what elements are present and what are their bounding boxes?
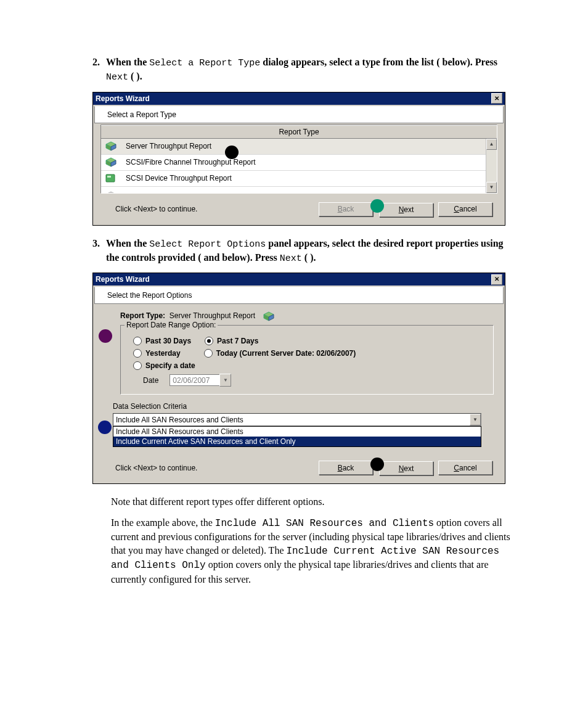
note-2-code-1: Include All SAN Resources and Clients — [215, 518, 434, 529]
radio-label: Yesterday — [145, 349, 181, 358]
date-label: Date — [143, 376, 158, 385]
callout-marker-a — [225, 146, 239, 159]
combo-dropdown-button[interactable]: ▼ — [470, 414, 481, 425]
step-3-code-2: Next — [280, 253, 302, 264]
dialog-title: Reports Wizard — [96, 92, 150, 105]
dialog-title: Reports Wizard — [96, 273, 150, 285]
svg-rect-7 — [107, 176, 111, 178]
step-2-middle: dialog appears, select a type from the l… — [260, 57, 497, 67]
step-3-text: When the Select Report Options panel app… — [106, 237, 514, 266]
step-3-code-1: Select Report Options — [149, 239, 266, 250]
date-dropdown-button[interactable]: ▼ — [219, 374, 231, 387]
options-body: Report Type: Server Throughput Report Re… — [100, 305, 497, 452]
close-button[interactable]: ✕ — [491, 93, 502, 104]
box-icon — [105, 141, 117, 152]
svg-rect-6 — [106, 174, 115, 182]
report-type-item[interactable]: SCSI/Fibre Channel Throughput Report — [101, 155, 497, 171]
step-3-suffix: ( ). — [302, 252, 316, 263]
step-2: 2. When the Select a Report Type dialog … — [92, 55, 514, 84]
data-selection-label: Data Selection Criteria — [113, 402, 494, 411]
box-icon — [105, 157, 117, 168]
cancel-button[interactable]: Cancel — [438, 461, 492, 475]
svg-marker-8 — [106, 192, 116, 193]
page: 2. When the Select a Report Type dialog … — [0, 0, 588, 706]
nav-row: Click <Next> to continue. Back Next Canc… — [93, 452, 505, 483]
step-3-number: 3. — [92, 237, 106, 266]
nav-row: Click <Next> to continue. Back Next Canc… — [93, 194, 505, 225]
note-2-a: In the example above, the — [111, 517, 215, 528]
continue-hint: Click <Next> to continue. — [115, 205, 312, 213]
data-selection-combo[interactable]: Include All SAN Resources and Clients ▼ … — [113, 413, 481, 447]
combo-list[interactable]: Include All SAN Resources and Clients In… — [113, 426, 481, 447]
continue-hint: Click <Next> to continue. — [115, 464, 312, 472]
radio-icon — [205, 337, 213, 345]
report-type-item[interactable]: SCSI Device Throughput Report — [101, 171, 497, 187]
radio-icon — [133, 349, 142, 358]
report-type-line: Report Type: Server Throughput Report — [120, 311, 494, 321]
radio-past-30[interactable]: Past 30 Days Past 7 Days — [133, 337, 487, 345]
dialog-subtitle: Select a Report Type — [94, 106, 504, 123]
report-type-label: SCSI Device Throughput Report — [126, 174, 232, 183]
report-type-list[interactable]: Server Throughput Report SCSI/Fibre Chan… — [101, 139, 497, 193]
step-2-prefix: When the — [106, 57, 149, 67]
step-2-number: 2. — [92, 55, 106, 84]
radio-label: Today (Current Server Date: 02/06/2007) — [216, 349, 356, 358]
radio-label: Specify a date — [145, 361, 195, 370]
combo-item[interactable]: Include All SAN Resources and Clients — [113, 427, 481, 437]
callout-marker-b — [370, 199, 384, 213]
radio-icon — [133, 337, 142, 345]
cancel-label-rest: ancel — [459, 205, 477, 213]
scrollbar[interactable]: ▲ ▼ — [486, 139, 497, 193]
step-2-suffix: ( ). — [128, 71, 142, 81]
report-type-label: Server Throughput Report — [126, 142, 211, 150]
step-3-prefix: When the — [106, 238, 149, 248]
back-button[interactable]: Back — [319, 202, 373, 216]
step-3: 3. When the Select Report Options panel … — [92, 237, 514, 266]
dialog-subtitle: Select the Report Options — [94, 287, 504, 304]
card-icon — [105, 173, 117, 184]
report-type-item[interactable]: Server Throughput Report — [101, 139, 497, 155]
back-label-rest: ack — [343, 205, 354, 213]
select-report-type-dialog: Reports Wizard ✕ Select a Report Type Re… — [92, 92, 505, 226]
date-field[interactable] — [169, 374, 219, 386]
step-2-code-2: Next — [106, 72, 128, 83]
report-type-label: SCSI/Fibre Channel Throughput Report — [126, 158, 256, 166]
scroll-down-button[interactable]: ▼ — [486, 182, 497, 193]
note-paragraph-2: In the example above, the Include All SA… — [111, 516, 514, 586]
box-icon — [105, 189, 117, 193]
report-type-column-header: Report Type — [101, 125, 497, 139]
date-range-legend: Report Date Range Option: — [125, 321, 218, 329]
radio-label: Past 7 Days — [217, 337, 258, 345]
titlebar: Reports Wizard ✕ — [93, 273, 505, 285]
step-2-code-1: Select a Report Type — [149, 58, 260, 68]
next-label-rest: ext — [404, 205, 414, 214]
next-button[interactable]: Next — [379, 203, 433, 217]
radio-icon — [204, 349, 213, 358]
select-report-options-dialog: Reports Wizard ✕ Select the Report Optio… — [92, 273, 505, 484]
note-paragraph-1: Note that different report types offer d… — [111, 495, 514, 509]
titlebar: Reports Wizard ✕ — [93, 92, 505, 105]
report-type-panel: Report Type Server Throughput Report SCS… — [100, 125, 497, 194]
callout-marker-e — [370, 458, 384, 471]
back-button[interactable]: Back — [319, 461, 373, 475]
scroll-up-button[interactable]: ▲ — [486, 139, 497, 150]
step-2-text: When the Select a Report Type dialog app… — [106, 55, 514, 84]
combo-field[interactable]: Include All SAN Resources and Clients ▼ — [113, 413, 481, 426]
cancel-button[interactable]: Cancel — [438, 202, 492, 216]
radio-icon — [133, 361, 142, 370]
report-type-value: Server Throughput Report — [169, 311, 255, 320]
radio-yesterday-today[interactable]: Yesterday Today (Current Server Date: 02… — [133, 349, 487, 358]
next-button[interactable]: Next — [379, 461, 433, 475]
radio-specify[interactable]: Specify a date — [133, 361, 487, 370]
combo-item[interactable]: Include Current Active SAN Resources and… — [113, 437, 481, 446]
report-type-label: Report Type: — [120, 311, 165, 320]
report-type-item-partial[interactable] — [101, 187, 497, 193]
combo-value: Include All SAN Resources and Clients — [116, 416, 243, 424]
close-button[interactable]: ✕ — [491, 274, 502, 285]
date-range-fieldset: Report Date Range Option: Past 30 Days P… — [120, 325, 494, 395]
date-entry: Date ▼ — [143, 374, 487, 387]
callout-marker-c — [99, 329, 112, 343]
callout-marker-d — [98, 421, 112, 434]
radio-label: Past 30 Days — [145, 337, 191, 345]
box-icon — [263, 311, 274, 320]
